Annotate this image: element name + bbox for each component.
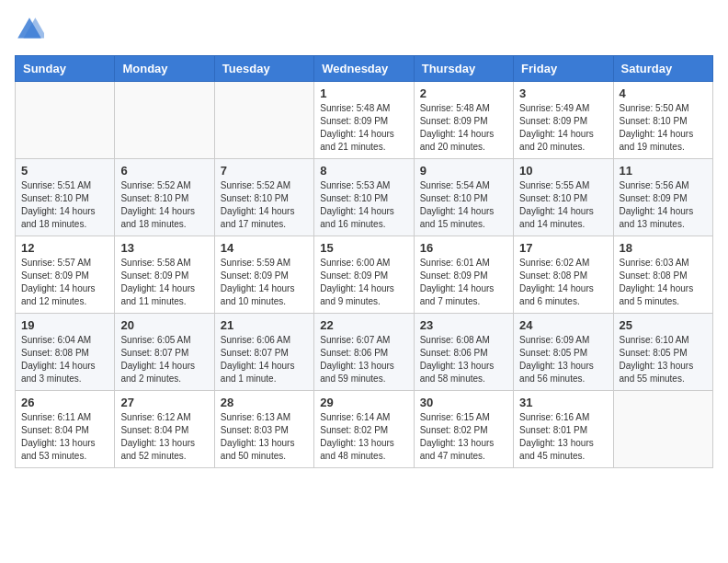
weekday-tuesday: Tuesday: [214, 56, 313, 82]
day-info: Sunrise: 6:16 AM Sunset: 8:01 PM Dayligh…: [519, 411, 607, 463]
weekday-monday: Monday: [115, 56, 214, 82]
day-number: 10: [519, 164, 607, 178]
calendar-cell: 10Sunrise: 5:55 AM Sunset: 8:10 PM Dayli…: [514, 159, 613, 236]
day-number: 23: [420, 318, 507, 332]
weekday-friday: Friday: [514, 56, 613, 82]
day-number: 3: [519, 86, 607, 100]
calendar-cell: 20Sunrise: 6:05 AM Sunset: 8:07 PM Dayli…: [115, 314, 214, 391]
day-number: 21: [221, 318, 308, 332]
day-info: Sunrise: 6:15 AM Sunset: 8:02 PM Dayligh…: [420, 411, 507, 463]
day-info: Sunrise: 6:01 AM Sunset: 8:09 PM Dayligh…: [420, 257, 507, 308]
week-row-3: 12Sunrise: 5:57 AM Sunset: 8:09 PM Dayli…: [16, 236, 713, 314]
day-info: Sunrise: 6:14 AM Sunset: 8:02 PM Dayligh…: [320, 411, 407, 463]
day-info: Sunrise: 5:55 AM Sunset: 8:10 PM Dayligh…: [519, 179, 607, 231]
day-info: Sunrise: 5:54 AM Sunset: 8:10 PM Dayligh…: [420, 179, 507, 231]
day-info: Sunrise: 6:11 AM Sunset: 8:04 PM Dayligh…: [21, 411, 108, 463]
calendar-table: SundayMondayTuesdayWednesdayThursdayFrid…: [15, 55, 713, 468]
day-number: 22: [320, 318, 407, 332]
calendar-cell: 25Sunrise: 6:10 AM Sunset: 8:05 PM Dayli…: [613, 314, 712, 391]
calendar-cell: 3Sunrise: 5:49 AM Sunset: 8:09 PM Daylig…: [514, 82, 613, 159]
day-info: Sunrise: 5:50 AM Sunset: 8:10 PM Dayligh…: [620, 102, 707, 154]
day-number: 9: [420, 164, 507, 178]
calendar-cell: 14Sunrise: 5:59 AM Sunset: 8:09 PM Dayli…: [214, 236, 313, 314]
day-info: Sunrise: 5:52 AM Sunset: 8:10 PM Dayligh…: [221, 179, 308, 231]
weekday-header-row: SundayMondayTuesdayWednesdayThursdayFrid…: [16, 56, 713, 82]
logo: [15, 15, 48, 44]
day-info: Sunrise: 5:59 AM Sunset: 8:09 PM Dayligh…: [221, 257, 308, 308]
calendar-cell: 17Sunrise: 6:02 AM Sunset: 8:08 PM Dayli…: [514, 236, 613, 314]
calendar-cell: 22Sunrise: 6:07 AM Sunset: 8:06 PM Dayli…: [314, 314, 414, 391]
calendar-cell: 12Sunrise: 5:57 AM Sunset: 8:09 PM Dayli…: [16, 236, 115, 314]
day-number: 20: [120, 318, 208, 332]
weekday-saturday: Saturday: [613, 56, 712, 82]
day-info: Sunrise: 6:00 AM Sunset: 8:09 PM Dayligh…: [320, 257, 407, 308]
day-info: Sunrise: 5:48 AM Sunset: 8:09 PM Dayligh…: [420, 102, 507, 154]
calendar-cell: 1Sunrise: 5:48 AM Sunset: 8:09 PM Daylig…: [314, 82, 414, 159]
day-number: 31: [519, 396, 607, 409]
logo-icon: [15, 15, 44, 44]
calendar-cell: 13Sunrise: 5:58 AM Sunset: 8:09 PM Dayli…: [115, 236, 214, 314]
day-info: Sunrise: 6:10 AM Sunset: 8:05 PM Dayligh…: [620, 334, 707, 385]
week-row-2: 5Sunrise: 5:51 AM Sunset: 8:10 PM Daylig…: [16, 159, 713, 236]
day-number: 2: [420, 86, 507, 100]
day-number: 16: [420, 241, 507, 255]
day-info: Sunrise: 5:58 AM Sunset: 8:09 PM Dayligh…: [120, 257, 208, 308]
calendar-cell: [16, 82, 115, 159]
calendar-cell: 16Sunrise: 6:01 AM Sunset: 8:09 PM Dayli…: [414, 236, 513, 314]
day-info: Sunrise: 5:51 AM Sunset: 8:10 PM Dayligh…: [21, 179, 108, 231]
day-info: Sunrise: 6:03 AM Sunset: 8:08 PM Dayligh…: [620, 257, 707, 308]
calendar-cell: [214, 82, 313, 159]
day-number: 11: [620, 164, 707, 178]
day-number: 25: [620, 318, 707, 332]
calendar-cell: 7Sunrise: 5:52 AM Sunset: 8:10 PM Daylig…: [214, 159, 313, 236]
calendar-cell: 11Sunrise: 5:56 AM Sunset: 8:09 PM Dayli…: [613, 159, 712, 236]
calendar-cell: 23Sunrise: 6:08 AM Sunset: 8:06 PM Dayli…: [414, 314, 513, 391]
calendar-cell: 18Sunrise: 6:03 AM Sunset: 8:08 PM Dayli…: [613, 236, 712, 314]
calendar-cell: 29Sunrise: 6:14 AM Sunset: 8:02 PM Dayli…: [314, 391, 414, 468]
calendar-cell: [115, 82, 214, 159]
day-number: 19: [21, 318, 108, 332]
weekday-sunday: Sunday: [16, 56, 115, 82]
calendar-cell: 21Sunrise: 6:06 AM Sunset: 8:07 PM Dayli…: [214, 314, 313, 391]
weekday-thursday: Thursday: [414, 56, 513, 82]
week-row-1: 1Sunrise: 5:48 AM Sunset: 8:09 PM Daylig…: [16, 82, 713, 159]
day-info: Sunrise: 5:52 AM Sunset: 8:10 PM Dayligh…: [120, 179, 208, 231]
day-info: Sunrise: 6:06 AM Sunset: 8:07 PM Dayligh…: [221, 334, 308, 385]
day-number: 1: [320, 86, 407, 100]
day-number: 30: [420, 396, 507, 409]
day-number: 8: [320, 164, 407, 178]
calendar-cell: 27Sunrise: 6:12 AM Sunset: 8:04 PM Dayli…: [115, 391, 214, 468]
calendar-cell: 5Sunrise: 5:51 AM Sunset: 8:10 PM Daylig…: [16, 159, 115, 236]
day-number: 26: [21, 396, 108, 409]
calendar-cell: 30Sunrise: 6:15 AM Sunset: 8:02 PM Dayli…: [414, 391, 513, 468]
day-number: 15: [320, 241, 407, 255]
day-number: 29: [320, 396, 407, 409]
day-number: 28: [221, 396, 308, 409]
calendar-cell: 26Sunrise: 6:11 AM Sunset: 8:04 PM Dayli…: [16, 391, 115, 468]
calendar-cell: 8Sunrise: 5:53 AM Sunset: 8:10 PM Daylig…: [314, 159, 414, 236]
day-info: Sunrise: 6:13 AM Sunset: 8:03 PM Dayligh…: [221, 411, 308, 463]
calendar-cell: 15Sunrise: 6:00 AM Sunset: 8:09 PM Dayli…: [314, 236, 414, 314]
day-number: 14: [221, 241, 308, 255]
day-info: Sunrise: 5:48 AM Sunset: 8:09 PM Dayligh…: [320, 102, 407, 154]
day-info: Sunrise: 5:49 AM Sunset: 8:09 PM Dayligh…: [519, 102, 607, 154]
calendar-cell: 6Sunrise: 5:52 AM Sunset: 8:10 PM Daylig…: [115, 159, 214, 236]
day-number: 13: [120, 241, 208, 255]
day-info: Sunrise: 6:09 AM Sunset: 8:05 PM Dayligh…: [519, 334, 607, 385]
week-row-5: 26Sunrise: 6:11 AM Sunset: 8:04 PM Dayli…: [16, 391, 713, 468]
calendar-cell: 31Sunrise: 6:16 AM Sunset: 8:01 PM Dayli…: [514, 391, 613, 468]
day-number: 27: [120, 396, 208, 409]
day-number: 7: [221, 164, 308, 178]
calendar-cell: 2Sunrise: 5:48 AM Sunset: 8:09 PM Daylig…: [414, 82, 513, 159]
day-number: 4: [620, 86, 707, 100]
day-number: 5: [21, 164, 108, 178]
week-row-4: 19Sunrise: 6:04 AM Sunset: 8:08 PM Dayli…: [16, 314, 713, 391]
day-info: Sunrise: 6:12 AM Sunset: 8:04 PM Dayligh…: [120, 411, 208, 463]
day-info: Sunrise: 5:56 AM Sunset: 8:09 PM Dayligh…: [620, 179, 707, 231]
calendar-cell: [613, 391, 712, 468]
day-info: Sunrise: 6:08 AM Sunset: 8:06 PM Dayligh…: [420, 334, 507, 385]
day-info: Sunrise: 6:04 AM Sunset: 8:08 PM Dayligh…: [21, 334, 108, 385]
calendar-cell: 19Sunrise: 6:04 AM Sunset: 8:08 PM Dayli…: [16, 314, 115, 391]
day-info: Sunrise: 6:02 AM Sunset: 8:08 PM Dayligh…: [519, 257, 607, 308]
day-number: 6: [120, 164, 208, 178]
